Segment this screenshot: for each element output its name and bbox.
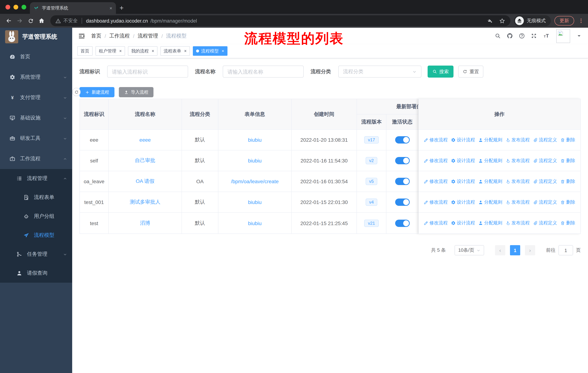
action-flow-definition[interactable]: 流程定义 [533, 158, 557, 164]
action-modify-flow[interactable]: 修改流程 [424, 137, 448, 143]
minimize-window-button[interactable] [13, 5, 18, 10]
active-toggle[interactable] [395, 136, 410, 143]
page-size-select[interactable]: 10条/页 [455, 245, 484, 255]
process-name-input[interactable] [223, 66, 304, 78]
action-flow-definition[interactable]: 流程定义 [533, 199, 557, 205]
reset-button[interactable]: 重置 [458, 66, 483, 78]
next-page-button[interactable]: › [525, 245, 535, 255]
process-key-input[interactable] [107, 66, 188, 78]
action-delete[interactable]: 删除 [560, 137, 575, 143]
category-select[interactable]: 流程分类 [338, 66, 421, 78]
tag-流程模型[interactable]: 流程模型× [193, 46, 228, 56]
goto-page-input[interactable] [558, 245, 573, 255]
model-name-link[interactable]: 滔博 [140, 220, 150, 226]
github-icon[interactable] [507, 33, 513, 39]
tag-我的流程[interactable]: 我的流程× [128, 46, 158, 56]
tag-流程表单[interactable]: 流程表单× [160, 46, 190, 56]
breadcrumb-home[interactable]: 首页 [91, 33, 101, 39]
chevron-down-icon[interactable] [576, 33, 582, 39]
action-delete[interactable]: 删除 [560, 178, 575, 184]
action-design-flow[interactable]: 设计流程 [451, 178, 475, 184]
browser-tab[interactable]: 芋道管理系统 × [30, 2, 116, 14]
tag-租户管理[interactable]: 租户管理× [95, 46, 125, 56]
action-deploy-flow[interactable]: 发布流程 [506, 137, 530, 143]
update-button[interactable]: 更新 [555, 16, 574, 26]
close-icon[interactable]: × [222, 49, 224, 53]
action-flow-definition[interactable]: 流程定义 [533, 178, 557, 184]
form-link[interactable]: biubiu [248, 137, 262, 143]
forward-button[interactable] [15, 16, 25, 26]
action-design-flow[interactable]: 设计流程 [451, 158, 475, 164]
prev-page-button[interactable]: ‹ [495, 245, 505, 255]
sidebar-item-system-management[interactable]: 系统管理 [0, 67, 72, 87]
breadcrumb-workflow[interactable]: 工作流程 [109, 33, 130, 39]
reload-button[interactable] [26, 16, 36, 26]
active-toggle[interactable] [395, 199, 410, 206]
action-modify-flow[interactable]: 修改流程 [424, 158, 448, 164]
bookmark-star-icon[interactable] [499, 18, 505, 24]
action-delete[interactable]: 删除 [560, 220, 575, 226]
action-modify-flow[interactable]: 修改流程 [424, 220, 448, 226]
sidebar-item-process-management[interactable]: 流程管理 [0, 169, 72, 188]
model-name-link[interactable]: 自己审批 [135, 157, 155, 164]
action-design-flow[interactable]: 设计流程 [451, 220, 475, 226]
tag-首页[interactable]: 首页 [77, 46, 93, 56]
close-icon[interactable]: × [119, 49, 122, 53]
active-toggle[interactable] [395, 178, 410, 185]
search-icon[interactable] [495, 33, 501, 39]
action-deploy-flow[interactable]: 发布流程 [506, 199, 530, 205]
address-bar[interactable]: 不安全 dashboard.yudao.iocoder.cn/bpm/manag… [50, 15, 510, 26]
back-button[interactable] [4, 16, 14, 26]
sidebar-item-infrastructure[interactable]: 基础设施 [0, 108, 72, 128]
close-window-button[interactable] [5, 5, 10, 10]
sidebar-item-leave-query[interactable]: 请假查询 [0, 264, 72, 283]
current-page-button[interactable]: 1 [510, 245, 520, 255]
create-process-button[interactable]: 新建流程 [79, 87, 115, 97]
model-name-link[interactable]: eeee [139, 137, 151, 143]
help-icon[interactable] [519, 33, 525, 39]
action-deploy-flow[interactable]: 发布流程 [506, 158, 530, 164]
action-assign-rule[interactable]: 分配规则 [478, 137, 502, 143]
breadcrumb-process-management[interactable]: 流程管理 [138, 33, 158, 39]
action-modify-flow[interactable]: 修改流程 [424, 199, 448, 205]
action-delete[interactable]: 删除 [560, 199, 575, 205]
action-flow-definition[interactable]: 流程定义 [533, 220, 557, 226]
close-icon[interactable]: × [152, 49, 154, 53]
form-link[interactable]: biubiu [248, 199, 262, 205]
form-link[interactable]: biubiu [248, 220, 262, 226]
font-size-icon[interactable] [543, 33, 550, 39]
sidebar-item-workflow[interactable]: 工作流程 [0, 149, 72, 169]
model-name-link[interactable]: 测试多审批人 [130, 199, 160, 205]
import-process-button[interactable]: 导入流程 [119, 87, 153, 97]
sidebar-item-process-form[interactable]: 流程表单 [0, 188, 72, 207]
new-tab-button[interactable]: + [120, 3, 124, 13]
user-avatar[interactable] [556, 29, 570, 43]
active-toggle[interactable] [395, 157, 410, 164]
maximize-window-button[interactable] [21, 5, 26, 10]
action-design-flow[interactable]: 设计流程 [451, 137, 475, 143]
form-link[interactable]: /bpm/oa/leave/create [231, 179, 279, 184]
action-assign-rule[interactable]: 分配规则 [478, 178, 502, 184]
action-flow-definition[interactable]: 流程定义 [533, 137, 557, 143]
close-icon[interactable]: × [184, 49, 187, 53]
sidebar-item-dev-tools[interactable]: 研发工具 [0, 128, 72, 149]
refresh-table-button[interactable] [72, 88, 81, 96]
sidebar-item-home[interactable]: 首页 [0, 47, 72, 67]
action-design-flow[interactable]: 设计流程 [451, 199, 475, 205]
fullscreen-icon[interactable] [531, 33, 537, 39]
collapse-sidebar-icon[interactable] [78, 32, 85, 40]
password-key-icon[interactable] [487, 18, 493, 24]
action-modify-flow[interactable]: 修改流程 [424, 178, 448, 184]
action-assign-rule[interactable]: 分配规则 [478, 199, 502, 205]
action-deploy-flow[interactable]: 发布流程 [506, 220, 530, 226]
action-deploy-flow[interactable]: 发布流程 [506, 178, 530, 184]
home-button[interactable] [36, 16, 47, 26]
sidebar-item-payment-management[interactable]: 支付管理 [0, 87, 72, 108]
active-toggle[interactable] [395, 220, 410, 227]
model-name-link[interactable]: OA 请假 [136, 178, 155, 185]
search-button[interactable]: 搜索 [428, 66, 453, 78]
action-delete[interactable]: 删除 [560, 158, 575, 164]
action-assign-rule[interactable]: 分配规则 [478, 158, 502, 164]
sidebar-item-user-group[interactable]: 用户分组 [0, 207, 72, 226]
sidebar-item-task-management[interactable]: 任务管理 [0, 245, 72, 264]
